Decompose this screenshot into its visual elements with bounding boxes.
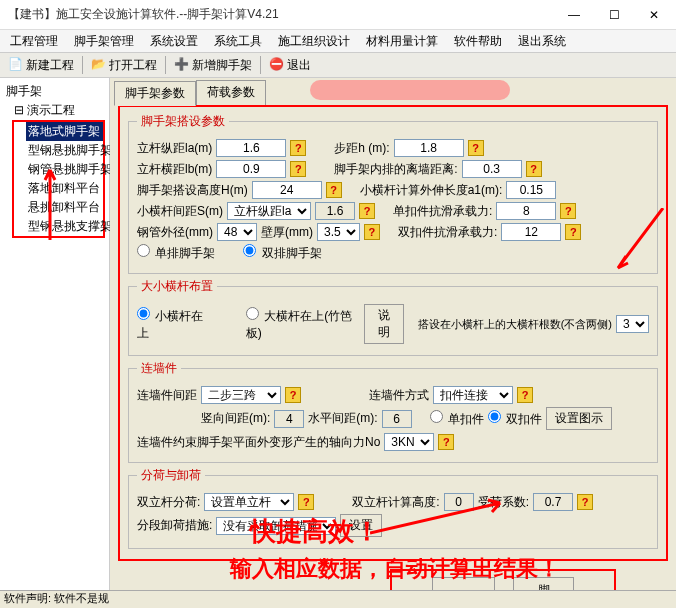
- help-icon[interactable]: ?: [290, 161, 306, 177]
- la-input[interactable]: [216, 139, 286, 157]
- help-icon[interactable]: ?: [565, 224, 581, 240]
- radio-big-top[interactable]: 大横杆在上(竹笆板): [246, 307, 360, 342]
- radio-single-clip[interactable]: 单扣件: [430, 410, 484, 428]
- menu-bar: 工程管理 脚手架管理 系统设置 系统工具 施工组织设计 材料用量计算 软件帮助 …: [0, 30, 676, 52]
- status-bar: 软件声明: 软件不是规: [0, 590, 676, 608]
- sx-value: [274, 410, 304, 428]
- help-icon[interactable]: ?: [560, 203, 576, 219]
- menu-item[interactable]: 脚手架管理: [68, 31, 140, 52]
- tab-load-params[interactable]: 荷载参数: [196, 80, 266, 105]
- exit-button[interactable]: ⛔退出: [265, 55, 315, 76]
- help-icon[interactable]: ?: [290, 140, 306, 156]
- label: 双扣件抗滑承载力:: [398, 224, 497, 241]
- help-icon[interactable]: ?: [517, 387, 533, 403]
- help-icon[interactable]: ?: [298, 494, 314, 510]
- od-select[interactable]: 48: [217, 223, 257, 241]
- tree-root[interactable]: 脚手架: [4, 82, 105, 101]
- tool-label: 新建工程: [26, 57, 74, 74]
- label: 单扣件抗滑承载力:: [393, 203, 492, 220]
- new-icon: 📄: [8, 57, 24, 73]
- redaction: [310, 80, 510, 100]
- th-select[interactable]: 3.5: [317, 223, 360, 241]
- help-icon[interactable]: ?: [468, 140, 484, 156]
- help-icon[interactable]: ?: [526, 161, 542, 177]
- h-input[interactable]: [394, 139, 464, 157]
- shuang-input[interactable]: [501, 223, 561, 241]
- help-icon[interactable]: ?: [577, 494, 593, 510]
- tree-item[interactable]: 落地式脚手架: [26, 122, 103, 141]
- open-icon: 📂: [91, 57, 107, 73]
- fieldset-legend: 连墙件: [137, 360, 181, 377]
- help-icon[interactable]: ?: [364, 224, 380, 240]
- label: 小横杆计算外伸长度a1(m):: [360, 182, 503, 199]
- annotation-text: 输入相应数据，自动计算出结果！: [230, 554, 560, 584]
- toolbar: 📄新建工程 📂打开工程 ➕新增脚手架 ⛔退出: [0, 52, 676, 78]
- fs-select[interactable]: 扣件连接: [433, 386, 513, 404]
- sidebar-tree: 脚手架 ⊟ 演示工程 落地式脚手架 型钢悬挑脚手架 钢管悬挑脚手架 落地卸料平台…: [0, 78, 110, 608]
- minimize-button[interactable]: —: [560, 5, 588, 25]
- close-button[interactable]: ✕: [640, 5, 668, 25]
- tree-item[interactable]: 型钢悬挑脚手架: [26, 141, 103, 160]
- dan-input[interactable]: [496, 202, 556, 220]
- label: 立杆纵距la(m): [137, 140, 212, 157]
- explain-button[interactable]: 说明: [364, 304, 404, 344]
- jj-select[interactable]: 二步三跨: [201, 386, 281, 404]
- maximize-button[interactable]: ☐: [600, 5, 628, 25]
- wall-input[interactable]: [462, 160, 522, 178]
- help-icon[interactable]: ?: [438, 434, 454, 450]
- fieldset-legend: 分荷与卸荷: [137, 467, 205, 484]
- label: 分段卸荷措施:: [137, 517, 212, 534]
- no-select[interactable]: 3KN: [384, 433, 434, 451]
- radio-single[interactable]: 单排脚手架: [137, 244, 215, 262]
- help-icon[interactable]: ?: [359, 203, 375, 219]
- exit-icon: ⛔: [269, 57, 285, 73]
- label: 脚手架搭设高度H(m): [137, 182, 248, 199]
- a1-input[interactable]: [506, 181, 556, 199]
- tab-scaffold-params[interactable]: 脚手架参数: [114, 81, 196, 106]
- label: 钢管外径(mm): [137, 224, 213, 241]
- arrow-annotation: [370, 498, 510, 538]
- label: 连墙件方式: [369, 387, 429, 404]
- help-icon[interactable]: ?: [285, 387, 301, 403]
- s-select[interactable]: 立杆纵距la: [227, 202, 311, 220]
- label: 步距h (m):: [334, 140, 389, 157]
- tool-label: 打开工程: [109, 57, 157, 74]
- radio-small-top[interactable]: 小横杆在上: [137, 307, 210, 342]
- sp-value: [382, 410, 412, 428]
- tree-project[interactable]: ⊟ 演示工程: [12, 101, 105, 120]
- label: 连墙件间距: [137, 387, 197, 404]
- open-project-button[interactable]: 📂打开工程: [87, 55, 161, 76]
- help-icon[interactable]: ?: [326, 182, 342, 198]
- menu-item[interactable]: 系统工具: [208, 31, 268, 52]
- annotation-text: 快捷高效！: [250, 514, 380, 549]
- window-title: 【建书】施工安全设施计算软件.--脚手架计算V4.21: [8, 6, 560, 23]
- new-project-button[interactable]: 📄新建工程: [4, 55, 78, 76]
- fieldset-legend: 脚手架搭设参数: [137, 113, 229, 130]
- label: 脚手架内排的离墙距离:: [334, 161, 457, 178]
- arrow-annotation: [608, 208, 668, 328]
- s-value: [315, 202, 355, 220]
- label: 水平间距(m):: [308, 410, 377, 427]
- menu-item[interactable]: 材料用量计算: [360, 31, 444, 52]
- label: 竖向间距(m):: [201, 410, 270, 427]
- lb-input[interactable]: [216, 160, 286, 178]
- label: 壁厚(mm): [261, 224, 313, 241]
- radio-double-clip[interactable]: 双扣件: [488, 410, 542, 428]
- label: 搭设在小横杆上的大横杆根数(不含两侧): [418, 317, 612, 332]
- add-scaffold-button[interactable]: ➕新增脚手架: [170, 55, 256, 76]
- arrow-annotation: [20, 160, 80, 240]
- add-icon: ➕: [174, 57, 190, 73]
- radio-double[interactable]: 双排脚手架: [243, 244, 321, 262]
- label: 连墙件约束脚手架平面外变形产生的轴向力No: [137, 434, 380, 451]
- menu-item[interactable]: 工程管理: [4, 31, 64, 52]
- label: 小横杆间距S(m): [137, 203, 223, 220]
- diagram-button[interactable]: 设置图示: [546, 407, 612, 430]
- fl-select[interactable]: 设置单立杆: [204, 493, 294, 511]
- height-input[interactable]: [252, 181, 322, 199]
- menu-item[interactable]: 施工组织设计: [272, 31, 356, 52]
- label: 双立杆分荷:: [137, 494, 200, 511]
- tool-label: 退出: [287, 57, 311, 74]
- menu-item[interactable]: 退出系统: [512, 31, 572, 52]
- menu-item[interactable]: 系统设置: [144, 31, 204, 52]
- menu-item[interactable]: 软件帮助: [448, 31, 508, 52]
